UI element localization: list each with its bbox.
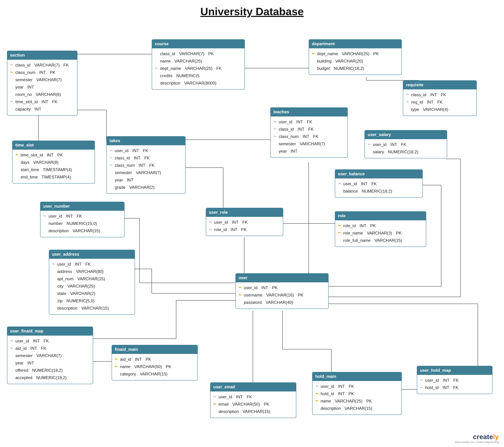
column-row: balanceNUMERIC(18,2) (337, 188, 420, 195)
entity-section[interactable]: sectionclass_idVARCHAR(7)FKclass_numINTP… (7, 51, 77, 116)
entity-course[interactable]: courseclass_idVARCHAR(7)PKnameVARCHAR(25… (152, 39, 245, 90)
foreign-key-icon (419, 386, 424, 389)
column-key: FK (76, 213, 82, 220)
foreign-key-icon (208, 221, 213, 224)
column-key: PK (57, 151, 63, 159)
column-row: emailVARCHAR(50)PK (213, 401, 294, 408)
column-name: class_id (160, 50, 175, 58)
column-type: INT (47, 151, 54, 159)
foreign-key-icon (273, 120, 277, 123)
entity-header: role (335, 212, 426, 220)
column-type: VARCHAR(15) (375, 237, 402, 244)
entity-user_role[interactable]: user_roleuser_idINTFKrole_idINTFK (206, 208, 283, 236)
entity-department[interactable]: departmentdept_nameVARCHAR(25)PKbuilding… (309, 39, 402, 75)
column-name: building (317, 58, 332, 65)
column-row: user_idINTFK (213, 393, 294, 401)
column-row: class_idVARCHAR(7)FK (9, 61, 75, 69)
column-name: year (279, 148, 287, 155)
column-name: category (120, 370, 136, 378)
entity-header: user_balance (335, 170, 422, 178)
entity-user_hold_map[interactable]: user_hold_mapuser_idINTFKhold_idINTFK (417, 366, 492, 394)
column-type: NUMERIC(18,2) (362, 188, 392, 195)
column-type: VARCHAR(25) (342, 50, 369, 58)
column-row: buildingVARCHAR(20) (311, 58, 399, 65)
column-row: dept_nameVARCHAR(25)FK (154, 65, 242, 72)
column-type: NUMERIC(5 (176, 72, 199, 79)
column-name: user_id (425, 377, 439, 384)
column-type: INT (391, 141, 397, 148)
column-type: VARCHAR(8000) (184, 79, 216, 87)
column-name: balance (343, 188, 358, 195)
entity-user_salary[interactable]: user_salaryuser_idINTFKsalaryNUMERIC(18,… (364, 130, 447, 158)
entity-user_number[interactable]: user_numberuser_idINTFKnumberNUMERIC(15,… (40, 202, 125, 237)
column-name: role_id (214, 226, 227, 233)
column-type: INT (232, 219, 239, 226)
column-row: nameVARCHAR(50)PK (114, 363, 195, 370)
column-name: user_id (218, 393, 232, 401)
column-type: TIMESTAMP(4) (42, 173, 71, 181)
column-name: description (49, 227, 69, 234)
column-name: class_id (15, 61, 31, 69)
column-type: INT (66, 213, 73, 220)
entity-hold_main[interactable]: hold_mainuser_idINTFKhold_idINTPKnameVAR… (312, 372, 402, 415)
column-name: dept_name (317, 50, 338, 58)
entity-finaid_main[interactable]: finaid_mainaid_idINTPKnameVARCHAR(50)PKc… (112, 345, 198, 380)
entity-teaches[interactable]: teachesuser_idINTFKclass_idINTFKclass_nu… (270, 107, 348, 158)
entity-time_slot[interactable]: time_slottime_slot_idINTPKdaysVARCHAR(8)… (12, 140, 95, 184)
entity-header: hold_main (312, 372, 401, 381)
column-name: user_id (279, 118, 292, 126)
column-row: role_nameVARCHAR(3)PK (337, 230, 424, 237)
column-name: description (321, 405, 341, 412)
column-key: FK (149, 162, 155, 169)
column-row: end_timeTIMESTAMP(4) (15, 173, 92, 181)
column-name: grade (115, 184, 126, 191)
entity-user[interactable]: useruser_idINTPKusernameVARCHAR(16)PKpas… (235, 273, 328, 309)
column-row: passwordVARCHAR(40) (238, 299, 326, 306)
column-type: INT (296, 118, 303, 126)
entity-takes[interactable]: takesuser_idINTFKclass_idINTFKclass_numI… (106, 136, 186, 194)
column-name: time_slot_id (20, 151, 43, 159)
entity-user_address[interactable]: user_addressuser_idINTFKaddressVARCHAR(8… (49, 250, 135, 315)
column-key: PK (348, 390, 354, 397)
column-row: salaryNUMERIC(18,2) (367, 148, 445, 155)
column-type: VARCHAR(3) (367, 230, 392, 237)
brand-watermark: creately www.creately.com • Online Diagr… (455, 433, 499, 444)
column-row: role_idINTPK (337, 222, 424, 230)
entity-user_balance[interactable]: user_balanceuser_idINTFKbalanceNUMERIC(1… (335, 169, 423, 198)
column-type: VARCHAR(20) (335, 58, 363, 65)
column-row: class_idINTFK (109, 154, 183, 162)
column-row: descriptionVARCHAR(8000) (154, 79, 242, 87)
column-name: user_id (115, 147, 128, 154)
column-name: salary (373, 148, 384, 155)
column-name: user_id (214, 219, 228, 226)
entity-user_email[interactable]: user_emailuser_idINTFKemailVARCHAR(50)PK… (210, 382, 296, 418)
column-name: description (57, 305, 77, 312)
column-name: offered (15, 367, 28, 374)
entity-role[interactable]: rolerole_idINTPKrole_nameVARCHAR(3)PKrol… (335, 211, 426, 247)
column-type: NUMERIC(18,2) (388, 148, 418, 155)
entity-user_finaid_map[interactable]: user_finaid_mapuser_idINTFKaid_idINTFKse… (7, 327, 93, 384)
entity-requisite[interactable]: requisiteclass_idINTFKreq_idINTFKtypeVAR… (403, 80, 477, 116)
column-key: PK (264, 401, 270, 408)
column-key: FK (144, 154, 150, 162)
column-type: INT (135, 356, 142, 363)
column-type: NUMERIC(18,2) (36, 374, 67, 381)
column-row: yearINT (9, 83, 75, 91)
column-name: apt_num (57, 275, 73, 283)
primary-key-icon (114, 358, 119, 361)
column-type: VARCHAR(15) (72, 227, 100, 234)
column-name: req_id (411, 98, 423, 106)
column-row: usernameVARCHAR(16)PK (238, 292, 326, 299)
column-name: semester (15, 352, 33, 359)
foreign-key-icon (405, 93, 410, 96)
column-key: FK (313, 133, 318, 140)
column-name: semester (15, 76, 33, 83)
column-row: time_slot_idINTFK (9, 98, 75, 105)
column-row: descriptionVARCHAR(15) (315, 405, 399, 412)
column-key: PK (370, 222, 376, 230)
column-type: VARCHAR(6) (36, 91, 61, 98)
column-name: semester (279, 140, 296, 148)
column-name: capacity (15, 105, 31, 113)
column-key: FK (371, 180, 377, 188)
column-type: INT (33, 337, 40, 345)
